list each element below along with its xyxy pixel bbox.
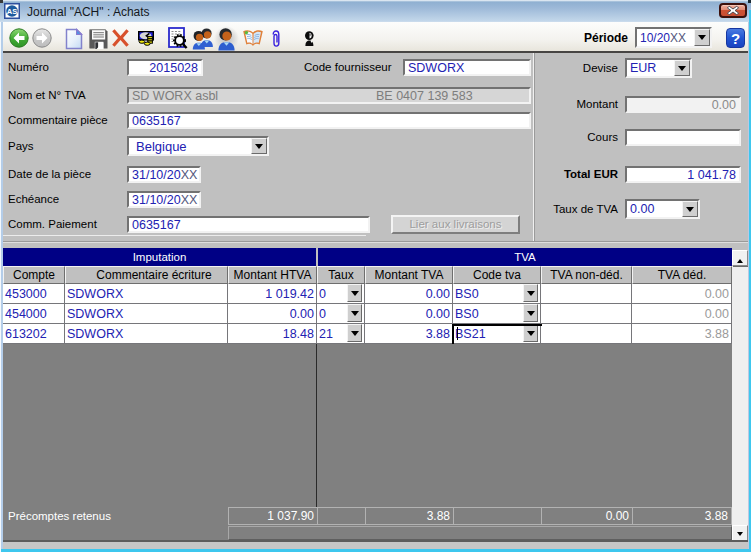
svg-text:AS: AS xyxy=(7,7,17,16)
